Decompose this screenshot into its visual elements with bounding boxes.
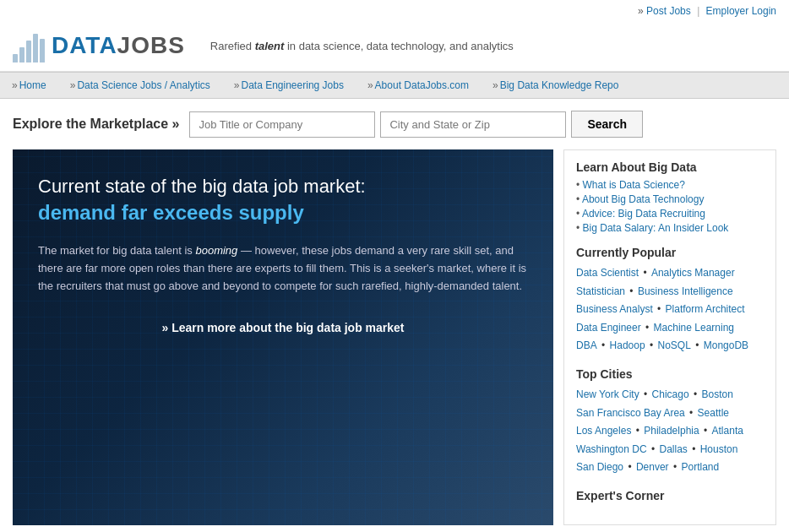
city-sandiego[interactable]: San Diego [576, 461, 623, 473]
nav-data-science[interactable]: Data Science Jobs / Analytics [58, 73, 222, 98]
city-dallas[interactable]: Dallas [659, 443, 687, 455]
bar3 [26, 41, 31, 62]
hero-highlight: demand far exceeds supply [38, 201, 304, 224]
pop-business-intelligence[interactable]: Business Intelligence [638, 285, 733, 297]
learn-link-4: Big Data Salary: An Insider Look [576, 222, 764, 234]
employer-login-link[interactable]: Employer Login [706, 5, 776, 17]
sidebar: Learn About Big Data What is Data Scienc… [563, 149, 776, 525]
salary-link[interactable]: Big Data Salary: An Insider Look [583, 222, 729, 234]
nav-knowledge-repo[interactable]: Big Data Knowledge Repo [481, 73, 630, 98]
hero-body-em: booming [195, 244, 237, 257]
city-nyc[interactable]: New York City [576, 388, 639, 400]
header: DATAJOBS Rarefied talent in data science… [0, 22, 789, 72]
popular-heading: Currently Popular [576, 246, 764, 259]
learn-link-2: About Big Data Technology [576, 193, 764, 205]
nav-home[interactable]: Home [0, 73, 58, 98]
search-input-jobtitle[interactable] [189, 111, 375, 138]
city-dc[interactable]: Washington DC [576, 443, 647, 455]
pop-platform-architect[interactable]: Platform Architect [666, 303, 745, 315]
popular-links: Data Scientist • Analytics Manager Stati… [576, 264, 764, 356]
pop-nosql[interactable]: NoSQL [657, 339, 690, 351]
city-boston[interactable]: Boston [701, 388, 732, 400]
separator: | [697, 5, 699, 17]
hero-title-text: Current state of the big data job market… [38, 176, 366, 197]
tagline-prefix: Rarefied [210, 40, 252, 52]
learn-section: Learn About Big Data What is Data Scienc… [576, 160, 764, 234]
main-content: Current state of the big data job market… [0, 149, 789, 532]
logo-text: DATAJOBS [52, 32, 185, 59]
post-jobs-link[interactable]: Post Jobs [646, 5, 691, 17]
search-button[interactable]: Search [571, 111, 643, 138]
learn-link-1: What is Data Science? [576, 179, 764, 191]
advice-recruiting-link[interactable]: Advice: Big Data Recruiting [582, 208, 705, 220]
logo-jobs: JOBS [117, 32, 185, 58]
hero-learn-more-link[interactable]: » Learn more about the big data job mark… [38, 321, 528, 334]
tagline: Rarefied talent in data science, data te… [210, 40, 514, 52]
search-input-location[interactable] [380, 111, 566, 138]
cities-heading: Top Cities [576, 367, 764, 381]
search-bar: Explore the Marketplace » Search [0, 99, 789, 149]
hero-title: Current state of the big data job market… [38, 175, 528, 225]
bar2 [19, 47, 24, 62]
nav-bar: Home Data Science Jobs / Analytics Data … [0, 72, 789, 99]
bar5 [40, 39, 45, 62]
cities-links: New York City • Chicago • Boston San Fra… [576, 386, 764, 477]
nav-data-engineering[interactable]: Data Engineering Jobs [222, 73, 356, 98]
city-sf[interactable]: San Francisco Bay Area [576, 407, 685, 419]
pop-business-analyst[interactable]: Business Analyst [576, 303, 653, 315]
pop-data-engineer[interactable]: Data Engineer [576, 322, 641, 334]
pop-dba[interactable]: DBA [576, 339, 597, 351]
city-denver[interactable]: Denver [636, 461, 669, 473]
expert-heading: Expert's Corner [576, 489, 764, 502]
bar1 [13, 54, 18, 62]
expert-section: Expert's Corner [576, 489, 764, 502]
city-atlanta[interactable]: Atlanta [712, 425, 743, 437]
what-is-data-science-link[interactable]: What is Data Science? [583, 179, 685, 191]
city-portland[interactable]: Portland [681, 461, 719, 473]
cities-section: Top Cities New York City • Chicago • Bos… [576, 367, 764, 477]
hero-body: The market for big data talent is boomin… [38, 242, 528, 295]
learn-heading: Learn About Big Data [576, 160, 764, 174]
pop-data-scientist[interactable]: Data Scientist [576, 267, 639, 279]
pop-machine-learning[interactable]: Machine Learning [654, 322, 734, 334]
city-chicago[interactable]: Chicago [652, 388, 689, 400]
city-houston[interactable]: Houston [700, 443, 738, 455]
logo-area: DATAJOBS [13, 29, 185, 62]
about-big-data-tech-link[interactable]: About Big Data Technology [582, 193, 705, 205]
logo-data: DATA [52, 32, 117, 58]
popular-section: Currently Popular Data Scientist • Analy… [576, 246, 764, 356]
city-philly[interactable]: Philadelphia [644, 425, 699, 437]
hero-body-pre: The market for big data talent is [38, 244, 195, 257]
city-seattle[interactable]: Seattle [698, 407, 729, 419]
pop-mongodb[interactable]: MongoDB [704, 339, 748, 351]
hero-section: Current state of the big data job market… [13, 149, 553, 525]
bar4 [33, 34, 38, 62]
logo-bars-icon [13, 29, 46, 62]
pop-hadoop[interactable]: Hadoop [610, 339, 645, 351]
tagline-rest: in data science, data technology, and an… [287, 40, 514, 52]
city-la[interactable]: Los Angeles [576, 425, 631, 437]
learn-link-3: Advice: Big Data Recruiting [576, 208, 764, 220]
pop-statistician[interactable]: Statistician [576, 285, 625, 297]
pop-analytics-manager[interactable]: Analytics Manager [651, 267, 735, 279]
nav-about[interactable]: About DataJobs.com [356, 73, 481, 98]
arrow-icon: » [638, 5, 644, 17]
search-label: Explore the Marketplace » [13, 117, 179, 132]
tagline-em: talent [255, 40, 285, 52]
top-bar: » Post Jobs | Employer Login [0, 0, 789, 22]
